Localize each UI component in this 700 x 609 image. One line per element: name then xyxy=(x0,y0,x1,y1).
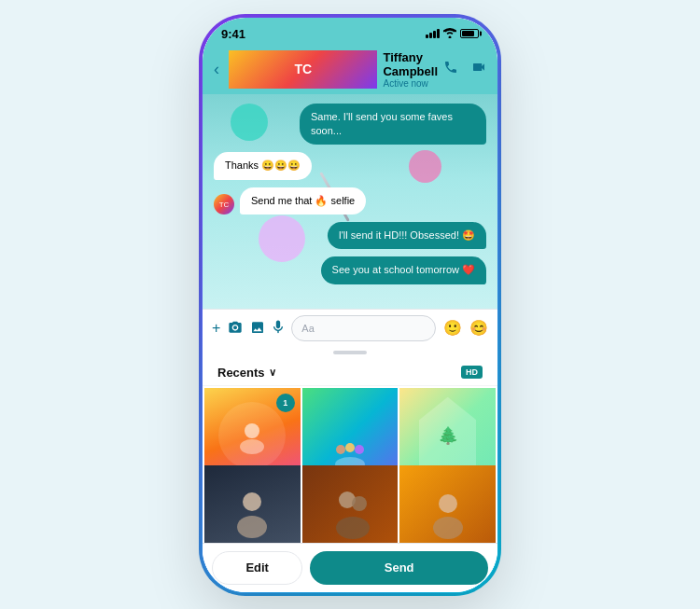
small-avatar: TC xyxy=(214,194,234,215)
contact-status: Active now xyxy=(383,78,438,89)
recents-title: Recents ∨ xyxy=(217,366,276,380)
camera-icon[interactable] xyxy=(228,320,243,337)
phone-wrapper: 9:41 ‹ TC Tiffany Ca xyxy=(201,16,499,594)
svg-point-12 xyxy=(433,517,463,539)
message-bubble-5: See you at school tomorrow ❤️ xyxy=(321,256,486,284)
svg-point-7 xyxy=(237,516,267,538)
message-row-3: TC Send me that 🔥 selfie xyxy=(214,187,486,215)
svg-point-0 xyxy=(245,423,259,438)
message-row-5: See you at school tomorrow ❤️ xyxy=(214,256,486,284)
bottom-action-bar: Edit Send xyxy=(203,543,497,592)
svg-point-2 xyxy=(345,443,355,452)
chat-area: Same. I'll send you some faves soon... T… xyxy=(203,94,497,309)
mic-icon[interactable] xyxy=(273,319,284,338)
recents-panel: Recents ∨ HD 1 xyxy=(203,347,497,592)
message-bubble-1: Same. I'll send you some faves soon... xyxy=(300,104,486,145)
sticker-icon[interactable]: 😊 xyxy=(469,319,488,337)
battery-icon xyxy=(460,29,479,38)
svg-point-11 xyxy=(439,494,457,513)
input-bar: + Aa 🙂 😊 xyxy=(203,309,497,347)
message-input[interactable]: Aa xyxy=(291,315,436,341)
svg-point-3 xyxy=(336,445,345,454)
photo-cell-5[interactable] xyxy=(302,465,399,543)
svg-point-9 xyxy=(352,496,367,511)
status-icons xyxy=(426,28,479,40)
svg-point-10 xyxy=(336,517,370,539)
avatar: TC xyxy=(229,50,377,89)
status-bar: 9:41 xyxy=(203,18,497,45)
gallery-icon[interactable] xyxy=(250,320,265,337)
contact-name: Tiffany Campbell xyxy=(383,50,438,78)
wifi-icon xyxy=(443,28,456,40)
phone-icon[interactable] xyxy=(443,60,458,78)
svg-point-1 xyxy=(240,439,264,454)
signal-bars-icon xyxy=(426,29,440,38)
message-bubble-3: Send me that 🔥 selfie xyxy=(240,187,366,215)
emoji-icon[interactable]: 🙂 xyxy=(443,319,462,337)
photo-grid: 1 xyxy=(203,386,497,543)
message-row-2: Thanks 😀😀😀 xyxy=(214,152,486,179)
status-time: 9:41 xyxy=(221,27,245,41)
contact-info: Tiffany Campbell Active now xyxy=(383,50,438,89)
send-button[interactable]: Send xyxy=(310,551,488,585)
back-button[interactable]: ‹ xyxy=(210,58,223,81)
phone-frame: 9:41 ‹ TC Tiffany Ca xyxy=(201,16,499,594)
edit-button[interactable]: Edit xyxy=(212,551,302,585)
message-row-1: Same. I'll send you some faves soon... xyxy=(214,104,486,145)
photo-cell-6[interactable] xyxy=(399,465,496,543)
message-bubble-2: Thanks 😀😀😀 xyxy=(214,152,312,179)
svg-point-6 xyxy=(243,492,261,511)
photo-cell-4[interactable] xyxy=(204,465,301,543)
recents-chevron[interactable]: ∨ xyxy=(269,367,276,379)
plus-icon[interactable]: + xyxy=(212,320,220,337)
chat-header: ‹ TC Tiffany Campbell Active now xyxy=(203,45,497,94)
hd-badge: HD xyxy=(461,366,483,379)
svg-point-4 xyxy=(355,445,364,454)
recents-header: Recents ∨ HD xyxy=(203,356,497,386)
drag-handle[interactable] xyxy=(333,351,367,354)
video-icon[interactable] xyxy=(471,60,486,78)
phone-inner: 9:41 ‹ TC Tiffany Ca xyxy=(203,18,497,592)
message-row-4: I'll send it HD!!! Obsessed! 🤩 xyxy=(214,222,486,249)
header-actions xyxy=(443,60,486,78)
message-bubble-4: I'll send it HD!!! Obsessed! 🤩 xyxy=(328,222,486,249)
photo-badge-1: 1 xyxy=(276,394,295,412)
message-placeholder: Aa xyxy=(301,323,314,334)
